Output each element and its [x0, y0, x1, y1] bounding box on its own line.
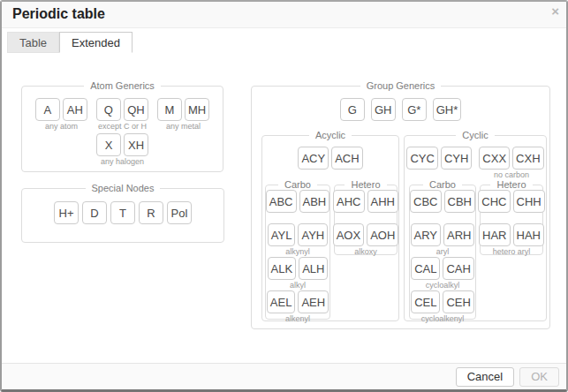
gh-button[interactable]: GH [371, 98, 396, 121]
group-generics-row: G GH G* GH* [252, 87, 549, 121]
aryl-group: ARY ARH aryl [411, 223, 475, 257]
cyclic-panel: Cyclic CYC CYH CXX CXH no carbon [404, 135, 547, 321]
any-halogen-group: X XH any halogen [96, 133, 148, 167]
except-c-or-h-group: Q QH except C or H [96, 98, 148, 132]
ahh-button[interactable]: AHH [367, 190, 398, 213]
group-caption: alkenyl [285, 314, 310, 324]
aoh-button[interactable]: AOH [367, 223, 398, 246]
cah-button[interactable]: CAH [443, 257, 473, 280]
cycloalkyl-group: CAL CAH cycloalkyl [411, 257, 474, 290]
r-button[interactable]: R [139, 201, 163, 224]
d-button[interactable]: D [82, 201, 107, 224]
cyh-button[interactable]: CYH [441, 147, 472, 170]
cxh-button[interactable]: CXH [512, 147, 543, 170]
close-icon[interactable]: × [551, 4, 559, 19]
acyclic-top-row: ACY ACH [262, 136, 398, 170]
xh-button[interactable]: XH [124, 133, 148, 156]
any-metal-group: M MH any metal [157, 98, 209, 132]
cyclic-carbo-panel: Carbo CBC CBH ARY ARH ary [409, 185, 476, 320]
group-caption: aryl [436, 247, 450, 257]
ah-button[interactable]: AH [63, 98, 87, 121]
aeh-button[interactable]: AEH [298, 290, 329, 313]
alkyl-group: ALK ALH alkyl [268, 257, 329, 290]
tab-extended[interactable]: Extended [59, 32, 133, 53]
group-generics-panel: Group Generics G GH G* GH* Acyclic ACY A… [251, 86, 550, 329]
group-caption: any metal [166, 122, 201, 132]
abc-button[interactable]: ABC [266, 190, 297, 213]
acy-button[interactable]: ACY [298, 147, 329, 170]
tab-table[interactable]: Table [7, 32, 59, 53]
special-nodes-panel: Special Nodes H+ D T R Pol [21, 188, 224, 243]
button-group: AHC AHH [333, 190, 398, 223]
button-group: ABC ABH [266, 190, 329, 223]
special-nodes-row: H+ D T R Pol [22, 189, 223, 224]
group-caption: alkyl [290, 281, 306, 290]
ayl-button[interactable]: AYL [268, 223, 296, 246]
cbh-button[interactable]: CBH [444, 190, 475, 213]
group-caption: alkoxy [354, 247, 377, 257]
har-button[interactable]: HAR [479, 223, 510, 246]
g-star-button[interactable]: G* [402, 98, 427, 121]
atom-generics-row-1: A AH any atom Q QH except C or H M MH an… [22, 87, 223, 132]
g-button[interactable]: G [340, 98, 365, 121]
t-button[interactable]: T [110, 201, 135, 224]
arh-button[interactable]: ARH [443, 223, 474, 246]
cyclic-hetero-panel: Hetero CHC CHH HAR HAH he [480, 185, 543, 255]
ahc-button[interactable]: AHC [333, 190, 364, 213]
alkenyl-group: AEL AEH alkenyl [267, 290, 329, 324]
group-caption: cycloalkenyl [421, 314, 465, 324]
cbc-button[interactable]: CBC [410, 190, 441, 213]
ayh-button[interactable]: AYH [298, 223, 328, 246]
gh-star-button[interactable]: GH* [433, 98, 462, 121]
any-atom-group: A AH any atom [35, 98, 87, 132]
chh-button[interactable]: CHH [513, 190, 545, 213]
cal-button[interactable]: CAL [411, 257, 440, 280]
cancel-button[interactable]: Cancel [456, 367, 514, 387]
chc-button[interactable]: CHC [478, 190, 510, 213]
h-plus-button[interactable]: H+ [54, 201, 79, 224]
mh-button[interactable]: MH [185, 98, 209, 121]
hah-button[interactable]: HAH [513, 223, 544, 246]
alkynyl-group: AYL AYH alkynyl [268, 223, 328, 257]
cel-button[interactable]: CEL [411, 290, 440, 313]
x-button[interactable]: X [96, 133, 121, 156]
group-caption: no carbon [494, 170, 529, 180]
alkoxy-group: AOX AOH alkoxy [333, 223, 399, 257]
acyclic-panel: Acyclic ACY ACH Carbo ABC ABH [261, 135, 399, 321]
group-caption: cycloalkyl [426, 281, 460, 290]
abh-button[interactable]: ABH [299, 190, 330, 213]
alk-button[interactable]: ALK [268, 257, 297, 280]
dialog-footer: Cancel OK [2, 363, 566, 389]
m-button[interactable]: M [157, 98, 182, 121]
cxx-button[interactable]: CXX [479, 147, 510, 170]
group-caption: except C or H [98, 122, 147, 132]
alh-button[interactable]: ALH [299, 257, 328, 280]
group-caption: alkynyl [285, 247, 310, 257]
dialog-titlebar: Periodic table × [2, 2, 566, 28]
cyclic-top-row: CYC CYH CXX CXH no carbon [405, 136, 546, 180]
cyc-button[interactable]: CYC [406, 147, 437, 170]
ach-button[interactable]: ACH [331, 147, 362, 170]
ok-button[interactable]: OK [519, 367, 559, 387]
periodic-table-dialog: Periodic table × Table Extended Atom Gen… [0, 0, 568, 392]
ael-button[interactable]: AEL [267, 290, 296, 313]
aox-button[interactable]: AOX [333, 223, 364, 246]
group-caption: any atom [45, 122, 78, 132]
no-carbon-group: CXX CXH no carbon [479, 147, 543, 180]
q-button[interactable]: Q [96, 98, 121, 121]
acyclic-carbo-panel: Carbo ABC ABH AYL AYH alk [265, 185, 330, 320]
hetero-aryl-group: HAR HAH hetero aryl [479, 223, 544, 257]
a-button[interactable]: A [35, 98, 60, 121]
button-group: CHC CHH [478, 190, 544, 223]
atom-generics-panel: Atom Generics A AH any atom Q QH except … [21, 86, 223, 172]
acyclic-hetero-panel: Hetero AHC AHH AOX AOH al [334, 185, 398, 255]
ary-button[interactable]: ARY [411, 223, 442, 246]
atom-generics-row-2: X XH any halogen [22, 133, 223, 167]
button-group: CBC CBH [410, 190, 475, 223]
ceh-button[interactable]: CEH [443, 290, 473, 313]
dialog-title: Periodic table [12, 6, 105, 22]
group-caption: any halogen [101, 157, 144, 167]
group-caption: hetero aryl [493, 247, 531, 257]
qh-button[interactable]: QH [124, 98, 148, 121]
pol-button[interactable]: Pol [167, 201, 192, 224]
